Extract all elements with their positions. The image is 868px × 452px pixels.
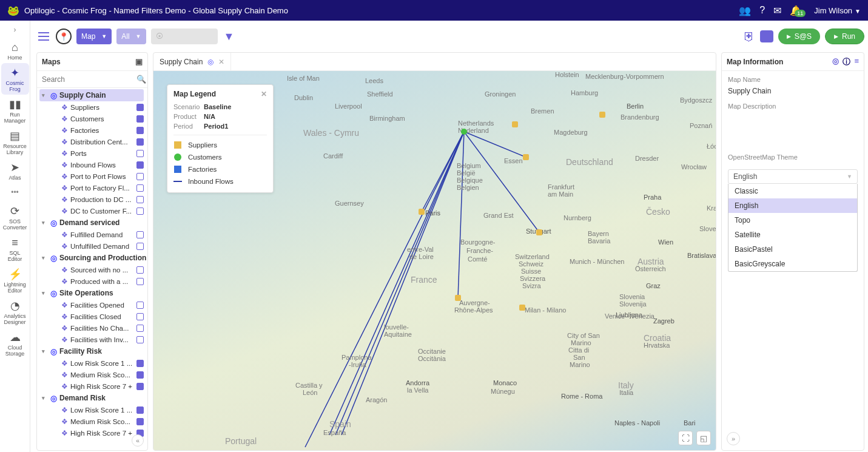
visibility-checkbox[interactable] <box>136 325 144 332</box>
visibility-checkbox[interactable] <box>136 138 144 146</box>
map-name-value[interactable]: Supply Chain <box>728 87 858 95</box>
tree-leaf[interactable]: ❖Production to DC ... <box>39 194 147 205</box>
supplier-node[interactable] <box>523 154 529 160</box>
osm-theme-select[interactable]: English ▼ <box>728 169 858 184</box>
tree-leaf[interactable]: ❖Produced with a ... <box>39 275 147 287</box>
visibility-checkbox[interactable] <box>136 313 144 320</box>
tree-leaf[interactable]: ❖Factories <box>39 124 147 136</box>
tree-leaf[interactable]: ❖Low Risk Score 1 ... <box>39 404 147 416</box>
tab-supply-chain[interactable]: Supply Chain ◎ ✕ <box>153 53 231 71</box>
theme-option[interactable]: Satellite <box>728 228 857 242</box>
filter-all[interactable]: All▼ <box>116 29 146 44</box>
tree-leaf[interactable]: ❖Port to Factory Fl... <box>39 182 147 194</box>
close-icon[interactable]: ✕ <box>261 90 267 98</box>
theme-option[interactable]: Topo <box>728 213 857 228</box>
mail-icon[interactable]: ✉ <box>773 5 781 16</box>
info-icon[interactable]: ⓘ <box>843 56 850 67</box>
visibility-checkbox[interactable] <box>136 161 144 169</box>
visibility-checkbox[interactable] <box>136 278 144 285</box>
tree-leaf[interactable]: ❖Medium Risk Sco... <box>39 416 147 427</box>
supplier-node[interactable] <box>599 112 605 118</box>
rail-item-lightning-editor[interactable]: ⚡Lightning Editor <box>1 265 29 296</box>
supplier-node[interactable] <box>536 229 542 235</box>
tree-group[interactable]: ▾◎Site Operations <box>39 287 147 299</box>
filter-icon[interactable]: ▼ <box>224 30 235 43</box>
rail-item-analytics-designer[interactable]: ◔Analytics Designer <box>1 296 29 328</box>
supplier-node[interactable] <box>455 295 461 301</box>
rail-item-resource-library[interactable]: ▤Resource Library <box>1 126 29 158</box>
people-icon[interactable]: 👥 <box>739 5 751 16</box>
menu-icon[interactable] <box>36 29 51 44</box>
tree-leaf[interactable]: ❖Customers <box>39 113 147 124</box>
visibility-checkbox[interactable] <box>136 115 144 123</box>
tree-leaf[interactable]: ❖Distribution Cent... <box>39 136 147 147</box>
map-canvas[interactable]: Map Legend ✕ ScenarioBaseline ProductN/A… <box>153 71 716 450</box>
rail-item-cloud-storage[interactable]: ☁Cloud Storage <box>1 328 29 359</box>
camera-icon[interactable]: ▣ <box>135 57 143 66</box>
user-menu[interactable]: Jim Wilson▼ <box>814 6 861 15</box>
rail-item-sql-editor[interactable]: ≡SQL Editor <box>1 233 29 265</box>
tree-leaf[interactable]: ❖Medium Risk Sco... <box>39 369 147 380</box>
expand-panel-button[interactable]: » <box>727 432 740 445</box>
tree-leaf[interactable]: ❖DC to Customer F... <box>39 205 147 217</box>
maps-search-input[interactable] <box>41 73 134 86</box>
rail-item-run-manager[interactable]: ▮▮Run Manager <box>1 95 29 126</box>
tree-group[interactable]: ▾◎Demand serviced <box>39 217 147 229</box>
visibility-checkbox[interactable] <box>136 371 144 379</box>
visibility-checkbox[interactable] <box>136 150 144 157</box>
bell-icon[interactable]: 🔔11 <box>790 5 802 16</box>
shield-icon[interactable]: ⛨ <box>743 30 755 44</box>
visibility-checkbox[interactable] <box>136 302 144 309</box>
visibility-checkbox[interactable] <box>136 184 144 192</box>
tree-group[interactable]: ▾◎Supply Chain <box>39 89 144 101</box>
tree-leaf[interactable]: ❖Unfulfilled Demand <box>39 240 147 252</box>
visibility-checkbox[interactable] <box>136 207 144 215</box>
theme-option[interactable]: BasicPastel <box>728 242 857 257</box>
supplier-node[interactable] <box>519 305 525 311</box>
tree-leaf[interactable]: ❖Port to Port Flows <box>39 170 147 182</box>
visibility-checkbox[interactable] <box>136 266 144 274</box>
rail-item-home[interactable]: ⌂Home <box>1 38 29 63</box>
visibility-checkbox[interactable] <box>136 104 144 111</box>
tree-leaf[interactable]: ❖High Risk Score 7 + <box>39 380 147 392</box>
visibility-checkbox[interactable] <box>136 360 144 367</box>
tree-leaf[interactable]: ❖Facilities with Inv... <box>39 334 147 345</box>
location-toggle[interactable]: 📍 <box>56 29 72 44</box>
visibility-checkbox[interactable] <box>136 336 144 343</box>
tree-leaf[interactable]: ❖Fulfilled Demand <box>39 229 147 240</box>
tree-leaf[interactable]: ❖Ports <box>39 147 147 159</box>
supplier-node[interactable] <box>512 121 518 127</box>
tree-group[interactable]: ▾◎Demand Risk <box>39 392 147 404</box>
tree-leaf[interactable]: ❖Sourced with no ... <box>39 264 147 275</box>
run-button[interactable]: ▶Run <box>825 29 864 44</box>
customer-node[interactable] <box>461 129 467 135</box>
osm-theme-dropdown[interactable]: ClassicEnglishTopoSatelliteBasicPastelBa… <box>728 184 858 272</box>
tree-group[interactable]: ▾◎Sourcing and Production <box>39 252 147 264</box>
settings-icon[interactable]: ≡ <box>854 56 859 67</box>
search-icon[interactable]: 🔍 <box>136 75 146 84</box>
maps-tree[interactable]: ▾◎Supply Chain❖Suppliers❖Customers❖Facto… <box>37 88 147 450</box>
pin-icon[interactable]: ◎ <box>832 56 839 67</box>
close-icon[interactable]: ✕ <box>218 58 224 66</box>
tree-group[interactable]: ▾◎Facility Risk <box>39 345 147 357</box>
rail-item-sos-converter[interactable]: ⟳SOS Converter <box>1 201 29 233</box>
chat-icon[interactable] <box>760 30 773 42</box>
tree-leaf[interactable]: ❖Facilities Opened <box>39 299 147 311</box>
visibility-checkbox[interactable] <box>136 127 144 134</box>
theme-option[interactable]: Classic <box>728 184 857 198</box>
tree-leaf[interactable]: ❖Inbound Flows <box>39 159 147 170</box>
help-icon[interactable]: ? <box>759 5 765 16</box>
visibility-checkbox[interactable] <box>136 406 144 414</box>
sos-button[interactable]: ▶S@S <box>778 29 820 44</box>
visibility-checkbox[interactable] <box>136 243 144 250</box>
visibility-checkbox[interactable] <box>136 173 144 180</box>
fit-icon[interactable]: ◱ <box>696 431 711 445</box>
theme-option[interactable]: English <box>728 198 857 213</box>
rail-expand-toggle[interactable]: › <box>4 24 27 35</box>
visibility-checkbox[interactable] <box>136 383 144 390</box>
tree-leaf[interactable]: ❖Suppliers <box>39 101 147 113</box>
visibility-checkbox[interactable] <box>136 196 144 203</box>
fullscreen-icon[interactable]: ⛶ <box>678 431 693 445</box>
rail-more-icon[interactable]: ••• <box>11 186 19 199</box>
tree-leaf[interactable]: ❖Facilities Closed <box>39 311 147 322</box>
